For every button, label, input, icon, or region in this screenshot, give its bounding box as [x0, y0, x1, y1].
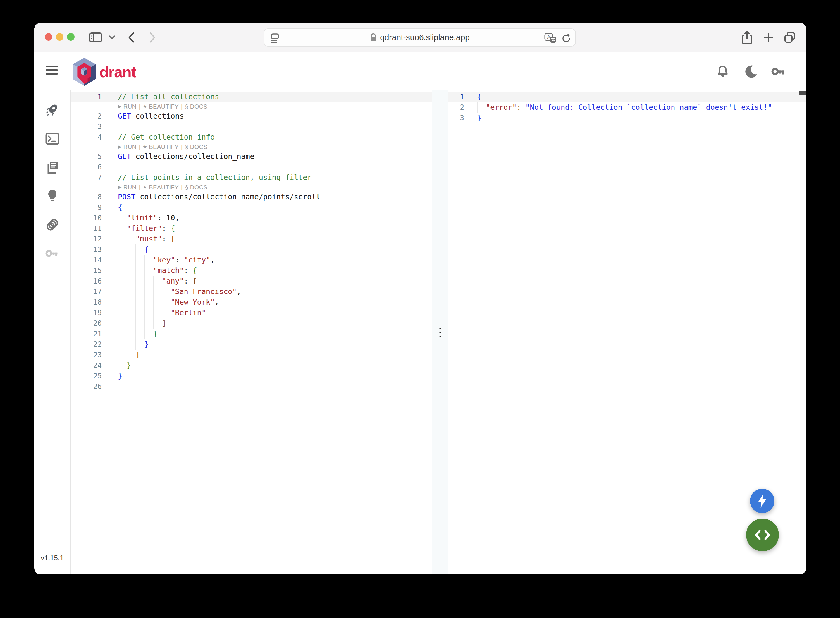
code-line[interactable]: 23] — [71, 350, 432, 360]
docs-button[interactable]: §DOCS — [185, 102, 207, 111]
address-bar[interactable]: qdrant-suo6.sliplane.app A — [264, 28, 576, 46]
indent-guide — [153, 287, 162, 297]
indent-guide — [144, 287, 153, 297]
sidebar-item-tutorial[interactable] — [45, 189, 59, 203]
beautify-button[interactable]: ★BEAUTIFY — [143, 143, 179, 151]
indent-guide — [153, 318, 162, 328]
code-line[interactable]: 20] — [71, 318, 432, 328]
indent-guide — [144, 255, 153, 265]
code-line[interactable]: 17"San Francisco", — [71, 287, 432, 297]
line-content — [102, 381, 432, 392]
coil-icon — [45, 217, 59, 232]
line-number: 2 — [71, 111, 102, 122]
line-number: 14 — [71, 255, 102, 265]
api-key-icon[interactable] — [771, 63, 787, 80]
code-line[interactable]: 2GET collections — [71, 111, 432, 122]
indent-guide — [118, 328, 127, 339]
scrollbar-track[interactable] — [799, 90, 806, 574]
zoom-window-button[interactable] — [67, 33, 75, 41]
code-line[interactable]: 7// List points in a collection, using f… — [71, 172, 432, 183]
code-line[interactable]: 2"error": "Not found: Collection `collec… — [448, 102, 806, 113]
code-line[interactable]: 13{ — [71, 244, 432, 255]
code-line[interactable]: 8POST collections/collection_name/points… — [71, 192, 432, 202]
scrollbar-thumb[interactable] — [799, 91, 806, 95]
lock-icon — [370, 33, 377, 42]
tab-overview-icon[interactable] — [782, 23, 798, 52]
translate-icon[interactable]: A — [544, 33, 557, 44]
code-line[interactable]: 5GET collections/collection_name — [71, 151, 432, 162]
dark-mode-moon-icon[interactable] — [743, 63, 759, 80]
pane-resizer[interactable] — [432, 90, 448, 574]
back-button[interactable] — [125, 23, 138, 52]
sidebar-item-console[interactable] — [45, 132, 59, 146]
indent-guide — [127, 244, 135, 255]
minimize-window-button[interactable] — [56, 33, 64, 41]
key-icon — [45, 248, 59, 258]
code-line[interactable]: 6 — [71, 162, 432, 172]
indent-guide — [118, 223, 127, 234]
run-button[interactable]: ▶RUN — [118, 102, 136, 111]
code-line[interactable]: 4// Get collection info — [71, 132, 432, 143]
notifications-bell-icon[interactable] — [714, 63, 731, 80]
qdrant-logo-icon — [71, 57, 98, 87]
close-window-button[interactable] — [45, 33, 52, 41]
code-line[interactable]: 10"limit": 10, — [71, 213, 432, 223]
chevron-down-icon[interactable] — [108, 23, 116, 52]
run-button[interactable]: ▶RUN — [118, 183, 136, 192]
sidebar-toggle-icon[interactable] — [89, 23, 103, 52]
sidebar-item-collections[interactable] — [45, 160, 59, 174]
sidebar-item-api-keys[interactable] — [45, 247, 59, 260]
indent-guide — [144, 297, 153, 308]
code-line[interactable]: 16"any": [ — [71, 276, 432, 287]
url-text: qdrant-suo6.sliplane.app — [380, 33, 470, 42]
indent-guide — [135, 318, 144, 328]
run-label: RUN — [123, 102, 136, 111]
code-line[interactable]: 21} — [71, 328, 432, 339]
share-icon[interactable] — [740, 23, 754, 52]
line-content: } — [464, 113, 806, 123]
reload-icon[interactable] — [561, 33, 571, 44]
code-line[interactable]: 9{ — [71, 202, 432, 213]
code-line[interactable]: 1// List all collections — [71, 92, 432, 102]
code-line[interactable]: 3 — [71, 122, 432, 132]
line-content: "San Francisco", — [102, 287, 432, 297]
code-line[interactable]: 19"Berlin" — [71, 308, 432, 318]
new-tab-icon[interactable] — [761, 23, 776, 52]
app-header: drant — [34, 52, 806, 90]
code-line[interactable]: 1{ — [448, 92, 806, 102]
sidebar-item-datasets[interactable] — [45, 218, 59, 232]
docs-button[interactable]: §DOCS — [185, 143, 207, 151]
code-line[interactable]: 15"match": { — [71, 265, 432, 276]
sidebar-item-welcome[interactable] — [45, 103, 59, 117]
beautify-button[interactable]: ★BEAUTIFY — [143, 102, 179, 111]
beautify-button[interactable]: ★BEAUTIFY — [143, 183, 179, 192]
line-content: { — [102, 244, 432, 255]
docs-button[interactable]: §DOCS — [185, 183, 207, 192]
code-line[interactable]: 24} — [71, 360, 432, 371]
code-line[interactable]: 11"filter": { — [71, 223, 432, 234]
play-icon: ▶ — [118, 183, 121, 192]
star-icon: ★ — [143, 102, 147, 111]
play-icon: ▶ — [118, 102, 121, 111]
run-selected-button[interactable] — [750, 489, 775, 513]
menu-button[interactable] — [46, 65, 58, 77]
reader-format-icon[interactable] — [270, 32, 281, 44]
code-line[interactable]: 14"key": "city", — [71, 255, 432, 265]
indent-guide — [135, 276, 144, 287]
star-icon: ★ — [143, 183, 147, 192]
indent-guide — [127, 308, 135, 318]
code-snippets-button[interactable] — [746, 518, 779, 551]
forward-button[interactable] — [146, 23, 159, 52]
code-line[interactable]: 26 — [71, 381, 432, 392]
indent-guide — [162, 308, 170, 318]
code-line[interactable]: 22} — [71, 339, 432, 350]
code-line[interactable]: 12"must": [ — [71, 234, 432, 244]
code-line[interactable]: 3} — [448, 113, 806, 123]
run-button[interactable]: ▶RUN — [118, 143, 136, 151]
indent-guide — [127, 255, 135, 265]
code-line[interactable]: 25} — [71, 371, 432, 381]
indent-guide — [135, 328, 144, 339]
code-line[interactable]: 18"New York", — [71, 297, 432, 308]
request-editor[interactable]: 1// List all collections▶RUN|★BEAUTIFY|§… — [71, 90, 432, 574]
indent-guide — [144, 328, 153, 339]
